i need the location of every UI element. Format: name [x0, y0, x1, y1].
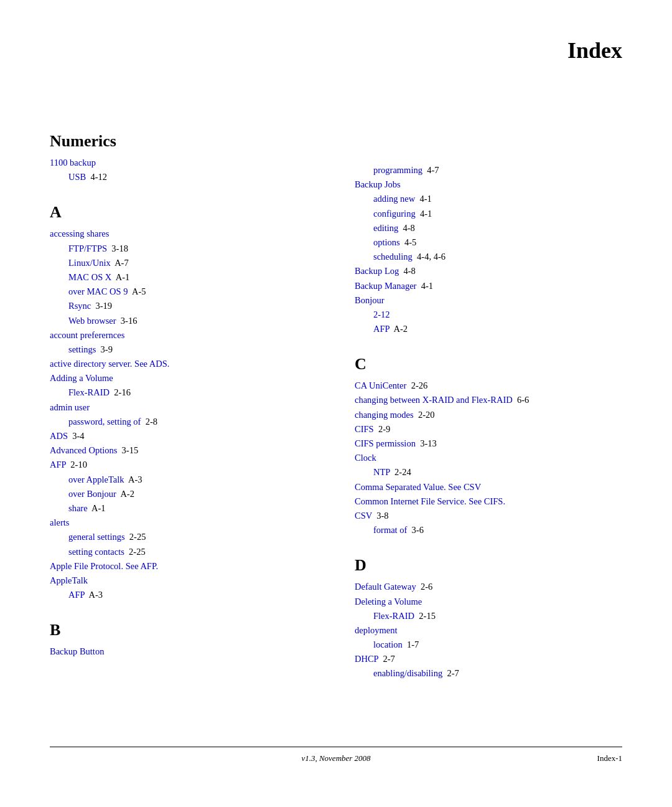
entry-csv: CSV 3-8 [355, 509, 622, 523]
entry-password: password, setting of 2-8 [50, 415, 317, 429]
entry-changing-modes: changing modes 2-20 [355, 408, 622, 422]
entry-adding-new: adding new 4-1 [355, 192, 622, 206]
entry-dhcp: DHCP 2-7 [355, 652, 622, 666]
heading-a: A [50, 203, 317, 222]
entry-location: location 1-7 [355, 638, 622, 652]
entry-cifs-permission: CIFS permission 3-13 [355, 437, 622, 451]
entry-settings: settings 3-9 [50, 342, 317, 357]
entry-cifs-see: Common Internet File Service. See CIFS. [355, 494, 622, 509]
entry-configuring: configuring 4-1 [355, 207, 622, 221]
entry-bonjour: Bonjour [355, 293, 622, 308]
entry-backup-button: Backup Button [50, 644, 317, 659]
entry-account-pref: account preferernces [50, 328, 317, 342]
entry-active-directory: active directory server. See ADS. [50, 357, 317, 371]
entry-appletalk: AppleTalk [50, 573, 317, 588]
entry-options: options 4-5 [355, 235, 622, 250]
entry-backup-jobs: Backup Jobs [355, 177, 622, 192]
heading-d: D [355, 556, 622, 575]
entry-csv-see: Comma Separated Value. See CSV [355, 480, 622, 494]
entry-appletalk-afp: AFP A-3 [50, 588, 317, 602]
entry-deleting-volume: Deleting a Volume [355, 595, 622, 609]
entry-advanced-options: Advanced Options 3-15 [50, 443, 317, 458]
entry-default-gateway: Default Gateway 2-6 [355, 580, 622, 594]
entry-alerts: alerts [50, 516, 317, 530]
footer: v1.3, November 2008 Index-1 [50, 747, 622, 763]
entry-ca-unicenter: CA UniCenter 2-26 [355, 379, 622, 393]
entry-flex-raid-add: Flex-RAID 2-16 [50, 385, 317, 400]
entry-bonjour-212: 2-12 [355, 308, 622, 322]
entry-scheduling: scheduling 4-4, 4-6 [355, 250, 622, 264]
entry-macos9: over MAC OS 9 A-5 [50, 285, 317, 299]
section-c: C CA UniCenter 2-26 changing between X-R… [355, 355, 622, 537]
entry-deployment: deployment [355, 623, 622, 638]
entry-bonjour-afp: AFP A-2 [355, 322, 622, 336]
section-d: D Default Gateway 2-6 Deleting a Volume … [355, 556, 622, 681]
right-column: programming 4-7 Backup Jobs adding new 4… [355, 113, 622, 681]
section-continuation: programming 4-7 Backup Jobs adding new 4… [355, 113, 622, 336]
entry-cifs: CIFS 2-9 [355, 422, 622, 437]
footer-page: Index-1 [597, 753, 622, 763]
heading-c: C [355, 355, 622, 374]
entry-flex-raid-del: Flex-RAID 2-15 [355, 609, 622, 623]
entry-accessing-shares: accessing shares [50, 227, 317, 241]
entry-changing-raid: changing between X-RAID and Flex-RAID 6-… [355, 393, 622, 407]
heading-b: B [50, 621, 317, 639]
entry-apple-file-protocol: Apple File Protocol. See AFP. [50, 559, 317, 573]
entry-ntp: NTP 2-24 [355, 465, 622, 479]
heading-numerics: Numerics [50, 132, 317, 151]
entry-afp: AFP 2-10 [50, 458, 317, 472]
entry-rsync: Rsync 3-19 [50, 299, 317, 313]
entry-editing: editing 4-8 [355, 221, 622, 235]
section-numerics: Numerics 1100 backup USB 4-12 [50, 132, 317, 184]
entry-afp-bonjour: over Bonjour A-2 [50, 487, 317, 501]
entry-backup-manager: Backup Manager 4-1 [355, 279, 622, 293]
entry-linux: Linux/Unix A-7 [50, 256, 317, 270]
entry-csv-format: format of 3-6 [355, 523, 622, 537]
entry-backup-log: Backup Log 4-8 [355, 264, 622, 278]
entry-ftp: FTP/FTPS 3-18 [50, 242, 317, 256]
left-column: Numerics 1100 backup USB 4-12 A accessin… [50, 113, 317, 681]
entry-admin-user: admin user [50, 400, 317, 415]
entry-adding-volume: Adding a Volume [50, 371, 317, 385]
entry-setting-contacts: setting contacts 2-25 [50, 545, 317, 559]
entry-usb: USB 4-12 [50, 170, 317, 184]
entry-1100-backup: 1100 backup [50, 156, 317, 170]
entry-programming: programming 4-7 [355, 163, 622, 177]
entry-ads: ADS 3-4 [50, 429, 317, 443]
entry-macosx: MAC OS X A-1 [50, 270, 317, 285]
footer-version: v1.3, November 2008 [301, 753, 370, 763]
section-b: B Backup Button [50, 621, 317, 659]
entry-web-browser: Web browser 3-16 [50, 314, 317, 328]
entry-enabling: enabling/disabiling 2-7 [355, 666, 622, 681]
entry-general-settings: general settings 2-25 [50, 530, 317, 544]
page-title: Index [50, 37, 622, 64]
entry-afp-share: share A-1 [50, 501, 317, 516]
section-a: A accessing shares FTP/FTPS 3-18 Linux/U… [50, 203, 317, 602]
entry-clock: Clock [355, 451, 622, 465]
entry-afp-appletalk: over AppleTalk A-3 [50, 473, 317, 487]
